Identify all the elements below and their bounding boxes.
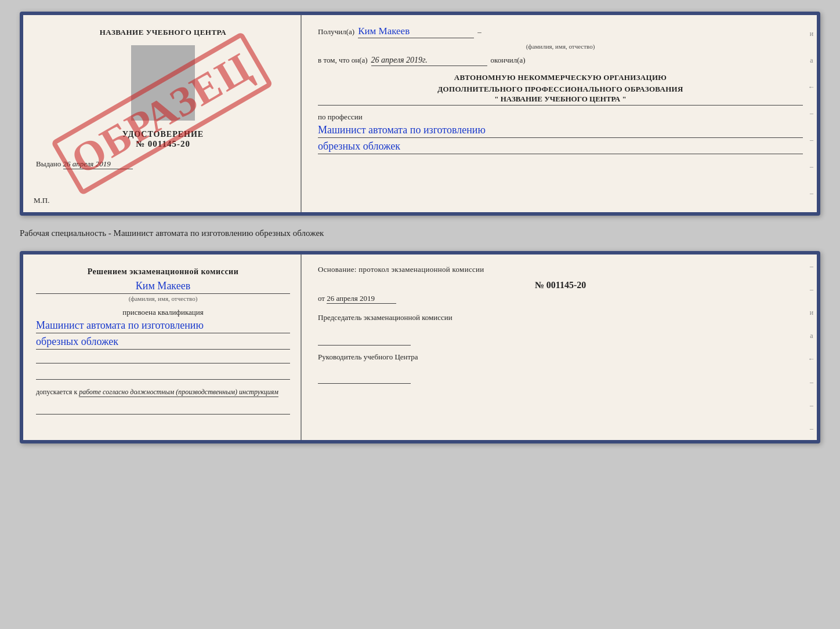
profession-line2: обрезных обложек xyxy=(318,140,803,154)
bottom-qual-line1: Машинист автомата по изготовлению xyxy=(36,319,290,333)
issued-date: 26 апреля 2019 xyxy=(63,159,133,169)
profession-line1: Машинист автомата по изготовлению xyxy=(318,124,803,138)
br-number: № 001145-20 xyxy=(318,280,803,290)
blank-line-3 xyxy=(36,403,290,415)
blank-line-2 xyxy=(36,368,290,380)
bottom-left-panel: Решением экзаменационной комиссии Ким Ма… xyxy=(23,254,302,440)
top-document-card: НАЗВАНИЕ УЧЕБНОГО ЦЕНТРА УДОСТОВЕРЕНИЕ №… xyxy=(20,12,820,216)
side-decoration: и а ← – – – – xyxy=(806,15,817,212)
received-label: Получил(а) xyxy=(318,27,354,37)
dash-right: – xyxy=(477,27,481,37)
issued-label: Выдано xyxy=(36,159,61,168)
separator-text: Рабочая специальность - Машинист автомат… xyxy=(20,226,820,241)
mp-label: М.П. xyxy=(34,196,49,205)
org-line1: АВТОНОМНУЮ НЕКОММЕРЧЕСКУЮ ОРГАНИЗАЦИЮ xyxy=(318,72,803,83)
top-left-panel: НАЗВАНИЕ УЧЕБНОГО ЦЕНТРА УДОСТОВЕРЕНИЕ №… xyxy=(23,15,302,212)
cert-label: УДОСТОВЕРЕНИЕ xyxy=(122,130,204,139)
photo-placeholder xyxy=(131,45,195,121)
org-name: " НАЗВАНИЕ УЧЕБНОГО ЦЕНТРА " xyxy=(318,94,803,106)
org-block: АВТОНОМНУЮ НЕКОММЕРЧЕСКУЮ ОРГАНИЗАЦИЮ ДО… xyxy=(318,72,803,106)
date-row: в том, что он(а) 26 апреля 2019г. окончи… xyxy=(318,56,803,66)
org-name-text: НАЗВАНИЕ УЧЕБНОГО ЦЕНТРА xyxy=(501,94,621,103)
bottom-name-sub: (фамилия, имя, отчество) xyxy=(36,295,290,302)
received-row: Получил(а) Ким Макеев – xyxy=(318,26,803,38)
br-heading: Основание: протокол экзаменационной коми… xyxy=(318,265,803,274)
br-date-prefix: от xyxy=(318,294,325,303)
br-sign-line-1 xyxy=(318,336,411,346)
school-name-top: НАЗВАНИЕ УЧЕБНОГО ЦЕНТРА xyxy=(100,28,227,37)
br-director-label: Руководитель учебного Центра xyxy=(318,351,803,363)
bottom-name-hw: Ким Макеев xyxy=(36,280,290,294)
issued-line: Выдано 26 апреля 2019 xyxy=(36,159,290,169)
date-label: в том, что он(а) xyxy=(318,56,368,65)
bottom-qual-line2: обрезных обложек xyxy=(36,336,290,350)
bottom-side-decoration: – – и а ← – – – xyxy=(806,254,817,440)
received-name: Ким Макеев xyxy=(358,26,474,38)
received-sub: (фамилия, имя, отчество) xyxy=(318,43,803,50)
bottom-qual-label: присвоена квалификация xyxy=(36,308,290,317)
org-open-quote: " xyxy=(494,94,498,103)
br-date-value: 26 апреля 2019 xyxy=(327,294,396,304)
allowed-prefix: допускается к xyxy=(36,388,77,396)
allowed-text: допускается к работе согласно должностны… xyxy=(36,388,290,397)
cert-number: № 001145-20 xyxy=(136,139,190,149)
blank-line-1 xyxy=(36,352,290,363)
br-chairman-label: Председатель экзаменационной комиссии xyxy=(318,313,803,322)
bottom-heading: Решением экзаменационной комиссии xyxy=(36,267,290,277)
profession-label: по профессии xyxy=(318,112,803,122)
br-sign-line-2 xyxy=(318,375,411,384)
bottom-document-card: Решением экзаменационной комиссии Ким Ма… xyxy=(20,251,820,443)
finished-label: окончил(а) xyxy=(491,56,526,65)
date-value: 26 апреля 2019г. xyxy=(371,56,487,66)
br-date: от 26 апреля 2019 xyxy=(318,294,803,304)
allowed-hw: работе согласно должностным (производств… xyxy=(79,388,278,396)
allowed-underlined: работе согласно должностным (производств… xyxy=(79,388,278,397)
top-right-panel: Получил(а) Ким Макеев – (фамилия, имя, о… xyxy=(302,15,817,212)
org-line2: ДОПОЛНИТЕЛЬНОГО ПРОФЕССИОНАЛЬНОГО ОБРАЗО… xyxy=(318,83,803,95)
bottom-right-panel: Основание: протокол экзаменационной коми… xyxy=(302,254,817,440)
org-close-quote: " xyxy=(622,94,627,103)
